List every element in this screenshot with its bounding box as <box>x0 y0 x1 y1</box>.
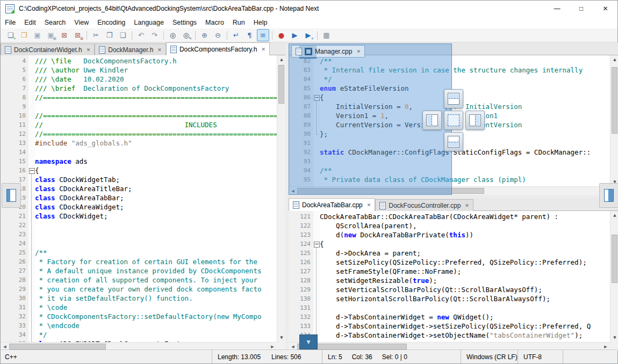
undo-button[interactable]: ↶ <box>135 29 147 41</box>
dock-left-icon <box>6 189 16 202</box>
minimize-button[interactable]: — <box>545 1 569 17</box>
code-line <box>35 221 285 230</box>
fold-marker[interactable] <box>28 166 35 175</box>
menu-encoding[interactable]: Encoding <box>93 17 130 28</box>
cut-button[interactable]: ✂ <box>90 29 102 41</box>
vertical-scrollbar[interactable]: ▲ ▼ <box>610 55 618 186</box>
scrollbar-thumb[interactable] <box>278 65 284 104</box>
code-area[interactable]: CDockAreaTabBar::CDockAreaTabBar(CDockAr… <box>320 211 618 342</box>
tab-DockManager.h[interactable]: DockManager.h✕ <box>95 43 166 55</box>
macro-run-multiple-button[interactable]: ▶+ <box>302 29 314 41</box>
scroll-up-icon[interactable]: ▲ <box>277 55 286 64</box>
tab-DockFocusController.cpp[interactable]: DockFocusController.cpp✕ <box>375 199 473 211</box>
fold-margin-cell <box>28 266 35 275</box>
drop-indicator-left[interactable] <box>422 111 442 130</box>
fold-marker[interactable] <box>313 239 320 249</box>
close-tab-icon[interactable]: ✕ <box>261 47 265 52</box>
copy-button[interactable]: ❐ <box>103 29 116 41</box>
code-line <box>35 239 285 248</box>
line-number-margin: 1211221231241251261271281291301311321331… <box>289 211 313 342</box>
macro-play-button[interactable]: ▶ <box>289 29 301 41</box>
scroll-up-icon[interactable]: ▲ <box>610 55 618 64</box>
menu-settings[interactable]: Settings <box>168 17 201 28</box>
menu-macro[interactable]: Macro <box>201 17 228 28</box>
menu-language[interactable]: Language <box>130 17 168 28</box>
dock-panels-button[interactable]: ▦ <box>320 29 333 41</box>
tab-DockComponentsFactory.h[interactable]: DockComponentsFactory.h✕ <box>166 42 270 55</box>
paste-button[interactable]: ❑ <box>117 29 129 41</box>
drop-indicator-center[interactable] <box>444 111 463 130</box>
line-number: 30 <box>1 294 28 303</box>
line-number: 10 <box>1 111 28 120</box>
code-line: class CDockAreaTitleBar; <box>35 184 285 193</box>
auto-hide-tab-bottom[interactable]: ▼ <box>299 334 318 350</box>
language-label: C++ <box>5 353 17 361</box>
drop-indicator-top[interactable] <box>444 89 463 108</box>
open-file-button[interactable]: ❒ <box>18 29 30 41</box>
menu-view[interactable]: View <box>70 17 93 28</box>
line-number: 124 <box>289 239 313 249</box>
fold-margin <box>313 211 320 342</box>
close-file-button[interactable]: ⊠ <box>58 29 70 41</box>
new-file-button[interactable]: ❏+ <box>4 29 17 41</box>
fold-margin-cell <box>313 230 320 239</box>
close-all-button[interactable]: ⊠⊠ <box>71 29 84 41</box>
tab-DockContainerWidget.h[interactable]: DockContainerWidget.h✕ <box>1 43 95 55</box>
status-encoding: UTF-8 <box>518 350 563 363</box>
fold-margin-cell <box>313 303 320 312</box>
close-tab-icon[interactable]: ✕ <box>87 47 91 53</box>
vertical-scrollbar[interactable]: ▲ ▼ <box>277 55 285 342</box>
drop-indicator-bottom[interactable] <box>444 132 463 151</box>
line-number: 123 <box>289 230 313 239</box>
maximize-button[interactable]: □ <box>569 1 593 17</box>
auto-hide-tab-left[interactable] <box>2 183 21 208</box>
menu-file[interactable]: File <box>1 17 20 28</box>
dock-center-icon <box>448 114 459 126</box>
editor-dockcomponentsfactory[interactable]: 4567891011121314151617181920212223242526… <box>1 55 285 342</box>
zoom-in-button[interactable]: ⊕ <box>198 29 211 41</box>
tab-DockAreaTabBar.cpp[interactable]: DockAreaTabBar.cpp✕ <box>289 198 375 211</box>
word-wrap-button[interactable]: ↵ <box>230 29 242 41</box>
line-number: 16 <box>1 166 28 175</box>
save-button[interactable]: ▣ <box>31 29 44 41</box>
scroll-up-icon[interactable]: ▲ <box>610 211 618 220</box>
code-area[interactable]: /// \file DockComponentsFactory.h/// \au… <box>35 55 285 342</box>
scrollbar-thumb[interactable] <box>9 344 106 350</box>
drop-indicator-right[interactable] <box>465 111 485 130</box>
status-cursor-position: Ln: 5 Col: 36 Sel: 0 | 0 <box>322 350 461 363</box>
line-number: 127 <box>289 267 313 276</box>
fold-margin-cell <box>28 175 35 184</box>
bottom-right-tab-bar: DockAreaTabBar.cpp✕DockFocusController.c… <box>289 198 618 211</box>
scrollbar-thumb[interactable] <box>612 235 617 283</box>
show-all-characters-button[interactable]: ¶ <box>243 29 256 41</box>
editor-dockareatabbar[interactable]: 1211221231241251261271281291301311321331… <box>289 211 618 342</box>
scroll-down-icon[interactable]: ▼ <box>277 333 286 342</box>
close-tab-icon[interactable]: ✕ <box>465 203 469 208</box>
vertical-scrollbar[interactable]: ▲ ▼ <box>610 211 618 342</box>
close-tab-icon[interactable]: ✕ <box>367 202 371 208</box>
find-button[interactable]: ◎ <box>167 29 179 41</box>
status-eol-format: Windows (CR LF) <box>461 350 518 363</box>
copy-icon: ❐ <box>106 32 113 39</box>
menu-edit[interactable]: Edit <box>20 17 40 28</box>
close-button[interactable]: ✕ <box>593 1 617 17</box>
save-all-button[interactable]: ▣▣ <box>45 29 57 41</box>
scroll-down-icon[interactable]: ▼ <box>610 333 618 342</box>
menu-help[interactable]: Help <box>249 17 272 28</box>
scrollbar-thumb[interactable] <box>612 67 617 134</box>
code-line: * CDockComponentsFactory::setDefaultFact… <box>35 312 285 321</box>
auto-hide-tab-right[interactable] <box>599 183 618 208</box>
line-number: 31 <box>1 303 28 312</box>
code-line: d->TabsContainerWidget->setObjectName("t… <box>320 331 618 340</box>
code-line: setSizePolicy(QSizePolicy::Preferred, QS… <box>320 258 618 267</box>
fold-margin-cell <box>28 285 35 294</box>
menu-run[interactable]: Run <box>228 17 249 28</box>
redo-button[interactable]: ↷ <box>148 29 161 41</box>
close-tab-icon[interactable]: ✕ <box>157 47 162 53</box>
menu-search[interactable]: Search <box>40 17 70 28</box>
replace-button[interactable]: ◎✎ <box>180 29 192 41</box>
indent-guide-button[interactable]: ≡ <box>257 29 269 41</box>
drag-preview-tab: Manager.cpp ✕ <box>291 45 365 57</box>
macro-record-button[interactable]: ● <box>275 29 288 41</box>
zoom-out-button[interactable]: ⊖ <box>212 29 224 41</box>
